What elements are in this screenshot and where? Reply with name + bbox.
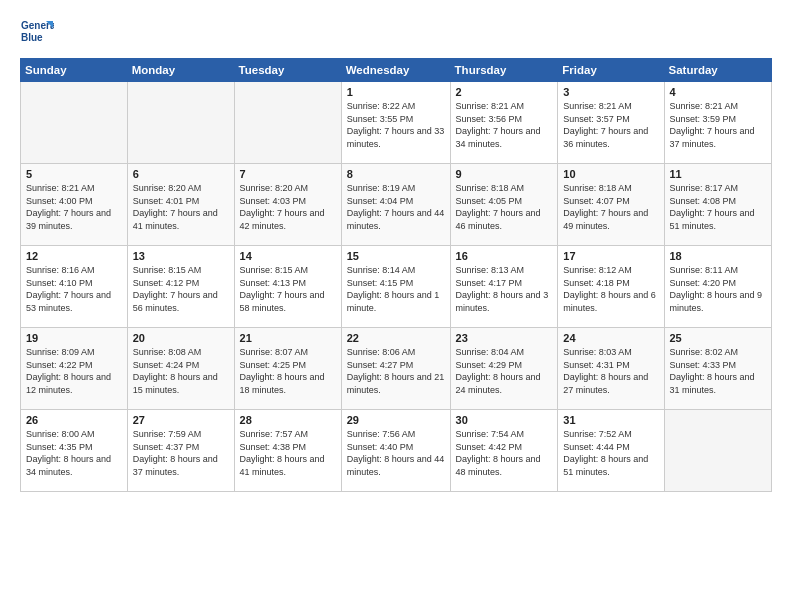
logo-svg: General Blue <box>20 16 54 50</box>
day-number: 2 <box>456 86 553 98</box>
day-number: 27 <box>133 414 229 426</box>
day-info: Sunrise: 7:54 AM Sunset: 4:42 PM Dayligh… <box>456 428 553 478</box>
day-number: 17 <box>563 250 658 262</box>
day-number: 24 <box>563 332 658 344</box>
day-number: 6 <box>133 168 229 180</box>
col-header-thursday: Thursday <box>450 59 558 82</box>
col-header-saturday: Saturday <box>664 59 772 82</box>
empty-cell <box>127 82 234 164</box>
day-number: 1 <box>347 86 445 98</box>
empty-cell <box>664 410 772 492</box>
day-info: Sunrise: 8:00 AM Sunset: 4:35 PM Dayligh… <box>26 428 122 478</box>
day-number: 26 <box>26 414 122 426</box>
day-info: Sunrise: 8:08 AM Sunset: 4:24 PM Dayligh… <box>133 346 229 396</box>
svg-text:Blue: Blue <box>21 32 43 43</box>
day-info: Sunrise: 8:21 AM Sunset: 4:00 PM Dayligh… <box>26 182 122 232</box>
day-cell-6: 6Sunrise: 8:20 AM Sunset: 4:01 PM Daylig… <box>127 164 234 246</box>
day-number: 13 <box>133 250 229 262</box>
day-cell-20: 20Sunrise: 8:08 AM Sunset: 4:24 PM Dayli… <box>127 328 234 410</box>
day-info: Sunrise: 8:17 AM Sunset: 4:08 PM Dayligh… <box>670 182 767 232</box>
day-cell-22: 22Sunrise: 8:06 AM Sunset: 4:27 PM Dayli… <box>341 328 450 410</box>
day-info: Sunrise: 8:04 AM Sunset: 4:29 PM Dayligh… <box>456 346 553 396</box>
week-row-3: 12Sunrise: 8:16 AM Sunset: 4:10 PM Dayli… <box>21 246 772 328</box>
day-cell-19: 19Sunrise: 8:09 AM Sunset: 4:22 PM Dayli… <box>21 328 128 410</box>
day-number: 30 <box>456 414 553 426</box>
day-info: Sunrise: 7:56 AM Sunset: 4:40 PM Dayligh… <box>347 428 445 478</box>
day-info: Sunrise: 8:21 AM Sunset: 3:56 PM Dayligh… <box>456 100 553 150</box>
day-number: 31 <box>563 414 658 426</box>
day-number: 29 <box>347 414 445 426</box>
day-cell-12: 12Sunrise: 8:16 AM Sunset: 4:10 PM Dayli… <box>21 246 128 328</box>
day-number: 4 <box>670 86 767 98</box>
day-number: 21 <box>240 332 336 344</box>
day-cell-18: 18Sunrise: 8:11 AM Sunset: 4:20 PM Dayli… <box>664 246 772 328</box>
day-cell-30: 30Sunrise: 7:54 AM Sunset: 4:42 PM Dayli… <box>450 410 558 492</box>
day-info: Sunrise: 8:03 AM Sunset: 4:31 PM Dayligh… <box>563 346 658 396</box>
col-header-tuesday: Tuesday <box>234 59 341 82</box>
day-info: Sunrise: 8:07 AM Sunset: 4:25 PM Dayligh… <box>240 346 336 396</box>
day-cell-4: 4Sunrise: 8:21 AM Sunset: 3:59 PM Daylig… <box>664 82 772 164</box>
logo: General Blue <box>20 16 54 50</box>
empty-cell <box>234 82 341 164</box>
day-cell-11: 11Sunrise: 8:17 AM Sunset: 4:08 PM Dayli… <box>664 164 772 246</box>
week-row-5: 26Sunrise: 8:00 AM Sunset: 4:35 PM Dayli… <box>21 410 772 492</box>
day-number: 5 <box>26 168 122 180</box>
day-info: Sunrise: 7:59 AM Sunset: 4:37 PM Dayligh… <box>133 428 229 478</box>
col-header-friday: Friday <box>558 59 664 82</box>
day-cell-8: 8Sunrise: 8:19 AM Sunset: 4:04 PM Daylig… <box>341 164 450 246</box>
day-number: 23 <box>456 332 553 344</box>
col-header-sunday: Sunday <box>21 59 128 82</box>
page-header: General Blue <box>20 16 772 50</box>
day-cell-23: 23Sunrise: 8:04 AM Sunset: 4:29 PM Dayli… <box>450 328 558 410</box>
day-number: 14 <box>240 250 336 262</box>
week-row-4: 19Sunrise: 8:09 AM Sunset: 4:22 PM Dayli… <box>21 328 772 410</box>
day-info: Sunrise: 8:15 AM Sunset: 4:12 PM Dayligh… <box>133 264 229 314</box>
day-cell-9: 9Sunrise: 8:18 AM Sunset: 4:05 PM Daylig… <box>450 164 558 246</box>
day-info: Sunrise: 8:22 AM Sunset: 3:55 PM Dayligh… <box>347 100 445 150</box>
day-cell-14: 14Sunrise: 8:15 AM Sunset: 4:13 PM Dayli… <box>234 246 341 328</box>
day-info: Sunrise: 8:06 AM Sunset: 4:27 PM Dayligh… <box>347 346 445 396</box>
day-cell-21: 21Sunrise: 8:07 AM Sunset: 4:25 PM Dayli… <box>234 328 341 410</box>
day-number: 16 <box>456 250 553 262</box>
day-info: Sunrise: 8:21 AM Sunset: 3:57 PM Dayligh… <box>563 100 658 150</box>
day-number: 8 <box>347 168 445 180</box>
day-cell-10: 10Sunrise: 8:18 AM Sunset: 4:07 PM Dayli… <box>558 164 664 246</box>
day-number: 18 <box>670 250 767 262</box>
day-number: 11 <box>670 168 767 180</box>
day-info: Sunrise: 7:57 AM Sunset: 4:38 PM Dayligh… <box>240 428 336 478</box>
day-info: Sunrise: 8:09 AM Sunset: 4:22 PM Dayligh… <box>26 346 122 396</box>
day-info: Sunrise: 8:02 AM Sunset: 4:33 PM Dayligh… <box>670 346 767 396</box>
day-cell-31: 31Sunrise: 7:52 AM Sunset: 4:44 PM Dayli… <box>558 410 664 492</box>
day-number: 7 <box>240 168 336 180</box>
day-cell-25: 25Sunrise: 8:02 AM Sunset: 4:33 PM Dayli… <box>664 328 772 410</box>
day-info: Sunrise: 8:21 AM Sunset: 3:59 PM Dayligh… <box>670 100 767 150</box>
day-info: Sunrise: 8:20 AM Sunset: 4:03 PM Dayligh… <box>240 182 336 232</box>
day-info: Sunrise: 8:14 AM Sunset: 4:15 PM Dayligh… <box>347 264 445 314</box>
day-info: Sunrise: 8:12 AM Sunset: 4:18 PM Dayligh… <box>563 264 658 314</box>
day-cell-15: 15Sunrise: 8:14 AM Sunset: 4:15 PM Dayli… <box>341 246 450 328</box>
day-cell-7: 7Sunrise: 8:20 AM Sunset: 4:03 PM Daylig… <box>234 164 341 246</box>
calendar-table: SundayMondayTuesdayWednesdayThursdayFrid… <box>20 58 772 492</box>
day-info: Sunrise: 8:16 AM Sunset: 4:10 PM Dayligh… <box>26 264 122 314</box>
calendar-header-row: SundayMondayTuesdayWednesdayThursdayFrid… <box>21 59 772 82</box>
day-number: 22 <box>347 332 445 344</box>
day-number: 3 <box>563 86 658 98</box>
empty-cell <box>21 82 128 164</box>
day-cell-29: 29Sunrise: 7:56 AM Sunset: 4:40 PM Dayli… <box>341 410 450 492</box>
day-cell-13: 13Sunrise: 8:15 AM Sunset: 4:12 PM Dayli… <box>127 246 234 328</box>
week-row-2: 5Sunrise: 8:21 AM Sunset: 4:00 PM Daylig… <box>21 164 772 246</box>
day-cell-2: 2Sunrise: 8:21 AM Sunset: 3:56 PM Daylig… <box>450 82 558 164</box>
week-row-1: 1Sunrise: 8:22 AM Sunset: 3:55 PM Daylig… <box>21 82 772 164</box>
day-number: 28 <box>240 414 336 426</box>
day-number: 15 <box>347 250 445 262</box>
col-header-wednesday: Wednesday <box>341 59 450 82</box>
day-cell-5: 5Sunrise: 8:21 AM Sunset: 4:00 PM Daylig… <box>21 164 128 246</box>
day-number: 25 <box>670 332 767 344</box>
day-number: 19 <box>26 332 122 344</box>
day-number: 20 <box>133 332 229 344</box>
day-info: Sunrise: 8:15 AM Sunset: 4:13 PM Dayligh… <box>240 264 336 314</box>
day-cell-16: 16Sunrise: 8:13 AM Sunset: 4:17 PM Dayli… <box>450 246 558 328</box>
day-cell-1: 1Sunrise: 8:22 AM Sunset: 3:55 PM Daylig… <box>341 82 450 164</box>
day-info: Sunrise: 8:11 AM Sunset: 4:20 PM Dayligh… <box>670 264 767 314</box>
day-number: 9 <box>456 168 553 180</box>
